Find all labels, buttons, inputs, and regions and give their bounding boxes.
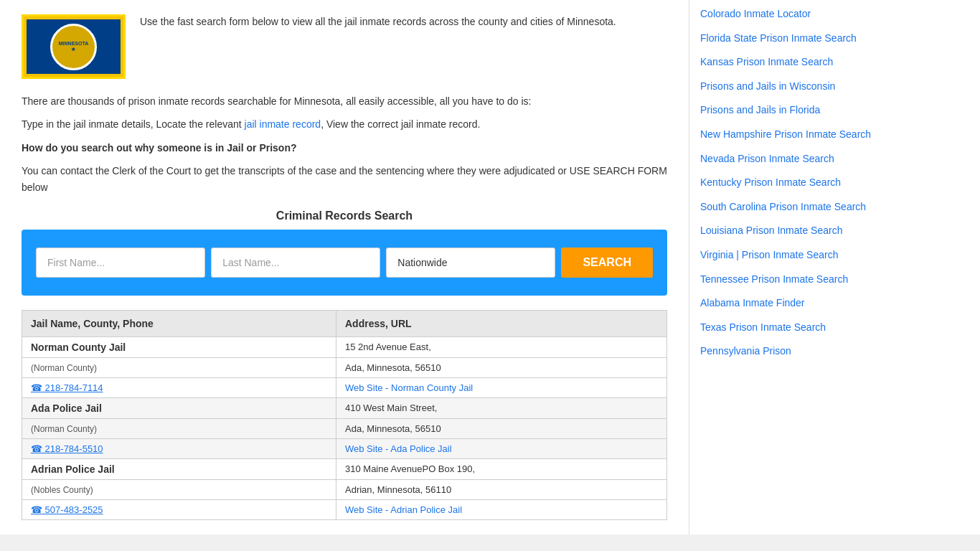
paragraph1: There are thousands of prison inmate rec… — [22, 93, 667, 109]
last-name-input[interactable] — [211, 248, 380, 278]
table-row: (Nobles County) Adrian, Minnesota, 56110 — [22, 479, 667, 499]
table-row: Norman County Jail 15 2nd Avenue East, — [22, 336, 667, 357]
sidebar-link[interactable]: Kentucky Prison Inmate Search — [700, 176, 879, 190]
jail-phone-link[interactable]: ☎ 507-483-2525 — [31, 504, 103, 515]
jail-address: 310 Maine AvenuePO Box 190, — [336, 458, 667, 479]
sidebar-link[interactable]: Alabama Inmate Finder — [700, 296, 879, 311]
table-row: Ada Police Jail 410 West Main Street, — [22, 397, 667, 418]
sidebar-link[interactable]: Pennsylvania Prison — [700, 344, 879, 359]
search-title: Criminal Records Search — [22, 209, 667, 222]
table-row: ☎ 218-784-5510 Web Site - Ada Police Jai… — [22, 438, 667, 458]
sidebar-link[interactable]: Nevada Prison Inmate Search — [700, 152, 879, 166]
jail-website-link[interactable]: Web Site - Adrian Police Jail — [345, 504, 462, 515]
sidebar-link[interactable]: Colorado Inmate Locator — [700, 7, 879, 22]
col2-header: Address, URL — [336, 310, 667, 336]
sidebar-link[interactable]: Prisons and Jails in Florida — [700, 103, 879, 118]
col1-header: Jail Name, County, Phone — [22, 310, 336, 336]
paragraph3: You can contact the Clerk of the Court t… — [22, 163, 667, 195]
table-row: (Norman County) Ada, Minnesota, 56510 — [22, 357, 667, 377]
sidebar-link[interactable]: Tennessee Prison Inmate Search — [700, 273, 879, 287]
sidebar-link[interactable]: Louisiana Prison Inmate Search — [700, 224, 879, 238]
search-section: Criminal Records Search SEARCH — [22, 209, 667, 296]
sidebar-link[interactable]: Prisons and Jails in Wisconsin — [700, 80, 879, 94]
body-paragraphs: There are thousands of prison inmate rec… — [22, 93, 667, 195]
jail-name: Adrian Police Jail — [31, 463, 115, 475]
minnesota-flag: MINNESOTA★ — [22, 14, 126, 79]
sidebar-link[interactable]: Virginia | Prison Inmate Search — [700, 248, 879, 263]
table-row: Adrian Police Jail 310 Maine AvenuePO Bo… — [22, 458, 667, 479]
jail-phone-link[interactable]: ☎ 218-784-5510 — [31, 443, 103, 454]
jail-county: (Norman County) — [31, 363, 97, 373]
jail-website-link[interactable]: Web Site - Norman County Jail — [345, 382, 473, 393]
jail-phone-link[interactable]: ☎ 218-784-7114 — [31, 382, 103, 393]
sidebar-link[interactable]: Texas Prison Inmate Search — [700, 321, 879, 335]
jail-address: 410 West Main Street, — [336, 397, 667, 418]
jail-website-link[interactable]: Web Site - Ada Police Jail — [345, 443, 452, 454]
table-row: ☎ 218-784-7114 Web Site - Norman County … — [22, 377, 667, 397]
search-form: SEARCH — [36, 248, 653, 278]
jail-city: Ada, Minnesota, 56510 — [336, 418, 667, 438]
intro-text: Use the fast search form below to view a… — [140, 14, 616, 29]
sidebar-link[interactable]: Kansas Prison Inmate Search — [700, 55, 879, 70]
jail-city: Adrian, Minnesota, 56110 — [336, 479, 667, 499]
jail-address: 15 2nd Avenue East, — [336, 336, 667, 357]
jail-city: Ada, Minnesota, 56510 — [336, 357, 667, 377]
sidebar-link[interactable]: Florida State Prison Inmate Search — [700, 32, 879, 46]
first-name-input[interactable] — [36, 248, 205, 278]
sidebar-link[interactable]: South Carolina Prison Inmate Search — [700, 200, 879, 215]
jail-county: (Nobles County) — [31, 485, 93, 495]
sidebar: Colorado Inmate LocatorFlorida State Pri… — [689, 0, 890, 534]
jail-name: Ada Police Jail — [31, 402, 102, 414]
table-row: ☎ 507-483-2525 Web Site - Adrian Police … — [22, 499, 667, 519]
bold-question: How do you search out why someone is in … — [22, 142, 297, 154]
table-row: (Norman County) Ada, Minnesota, 56510 — [22, 418, 667, 438]
paragraph2: Type in the jail inmate details, Locate … — [22, 116, 667, 132]
jail-name: Norman County Jail — [31, 342, 126, 353]
jail-county: (Norman County) — [31, 424, 97, 434]
search-box: SEARCH — [22, 230, 667, 296]
jail-table: Jail Name, County, Phone Address, URL No… — [22, 310, 667, 520]
jail-inmate-record-link[interactable]: jail inmate record — [245, 118, 321, 130]
search-button[interactable]: SEARCH — [561, 248, 653, 278]
sidebar-link[interactable]: New Hampshire Prison Inmate Search — [700, 128, 879, 142]
location-input[interactable] — [386, 248, 555, 278]
